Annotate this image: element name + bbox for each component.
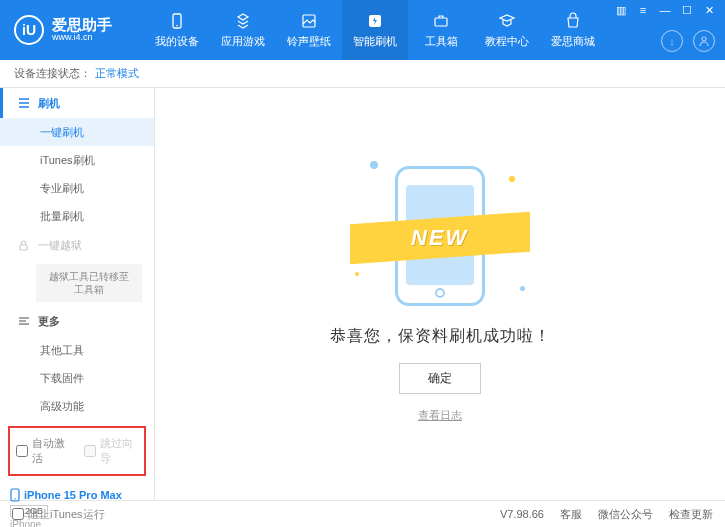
nav-label: 工具箱: [425, 34, 458, 49]
more-icon: [18, 315, 32, 327]
section-title: 刷机: [38, 96, 60, 111]
checkbox-label: 跳过向导: [100, 436, 138, 466]
list-icon: [18, 97, 32, 109]
nav-label: 应用游戏: [221, 34, 265, 49]
svg-point-1: [176, 25, 178, 27]
logo-icon: iU: [14, 15, 44, 45]
device-icon: [167, 11, 187, 31]
checkbox-input[interactable]: [16, 445, 28, 457]
skin-button[interactable]: ▥: [613, 4, 629, 17]
ribbon-text: NEW: [411, 225, 468, 251]
sidebar-item-other-tools[interactable]: 其他工具: [0, 336, 154, 364]
status-value: 正常模式: [95, 66, 139, 81]
ok-button[interactable]: 确定: [399, 363, 481, 394]
nav-store[interactable]: 爱思商城: [540, 0, 606, 60]
device-name-text: iPhone 15 Pro Max: [24, 489, 122, 501]
close-button[interactable]: ✕: [701, 4, 717, 17]
nav-tutorial[interactable]: 教程中心: [474, 0, 540, 60]
device-name[interactable]: iPhone 15 Pro Max: [10, 488, 144, 502]
svg-point-5: [702, 37, 706, 41]
view-log-link[interactable]: 查看日志: [418, 408, 462, 423]
success-message: 恭喜您，保资料刷机成功啦！: [330, 326, 551, 347]
sidebar-item-advanced[interactable]: 高级功能: [0, 392, 154, 420]
window-controls: ▥ ≡ — ☐ ✕: [613, 4, 717, 17]
jailbreak-note: 越狱工具已转移至 工具箱: [36, 264, 142, 302]
status-bar: 设备连接状态： 正常模式: [0, 60, 725, 88]
checkbox-label: 自动激活: [32, 436, 70, 466]
nav-apps-games[interactable]: 应用游戏: [210, 0, 276, 60]
svg-rect-4: [435, 18, 447, 26]
nav-my-device[interactable]: 我的设备: [144, 0, 210, 60]
svg-rect-6: [20, 245, 27, 250]
download-icon[interactable]: ↓: [661, 30, 683, 52]
nav-label: 智能刷机: [353, 34, 397, 49]
minimize-button[interactable]: —: [657, 4, 673, 17]
sidebar-item-batch-flash[interactable]: 批量刷机: [0, 202, 154, 230]
section-title: 一键越狱: [38, 238, 82, 253]
sidebar-section-more[interactable]: 更多: [0, 306, 154, 336]
new-ribbon: NEW: [350, 211, 530, 264]
version-text: V7.98.66: [500, 508, 544, 520]
nav-ringtone-wallpaper[interactable]: 铃声壁纸: [276, 0, 342, 60]
sidebar-item-pro-flash[interactable]: 专业刷机: [0, 174, 154, 202]
lock-icon: [18, 240, 32, 251]
options-highlight-box: 自动激活 跳过向导: [8, 426, 146, 476]
wallpaper-icon: [299, 11, 319, 31]
sidebar-item-onekey-flash[interactable]: 一键刷机: [0, 118, 154, 146]
toolbox-icon: [431, 11, 451, 31]
sidebar-section-jailbreak: 一键越狱: [0, 230, 154, 260]
apps-icon: [233, 11, 253, 31]
sidebar: 刷机 一键刷机 iTunes刷机 专业刷机 批量刷机 一键越狱 越狱工具已转移至…: [0, 88, 155, 500]
checkbox-input: [84, 445, 96, 457]
main-content: NEW 恭喜您，保资料刷机成功啦！ 确定 查看日志: [155, 88, 725, 500]
checkbox-label: 阻止iTunes运行: [28, 507, 105, 522]
skip-setup-checkbox[interactable]: 跳过向导: [84, 436, 138, 466]
success-illustration: NEW: [340, 156, 540, 306]
app-title: 爱思助手: [52, 17, 112, 32]
store-icon: [563, 11, 583, 31]
main-nav: 我的设备 应用游戏 铃声壁纸 智能刷机 工具箱 教程中心 爱思商城: [144, 0, 606, 60]
nav-label: 铃声壁纸: [287, 34, 331, 49]
nav-label: 我的设备: [155, 34, 199, 49]
sidebar-item-download-firmware[interactable]: 下载固件: [0, 364, 154, 392]
checkbox-input[interactable]: [12, 508, 24, 520]
nav-smart-flash[interactable]: 智能刷机: [342, 0, 408, 60]
status-label: 设备连接状态：: [14, 66, 91, 81]
menu-button[interactable]: ≡: [635, 4, 651, 17]
auto-activate-checkbox[interactable]: 自动激活: [16, 436, 70, 466]
nav-label: 爱思商城: [551, 34, 595, 49]
tutorial-icon: [497, 11, 517, 31]
svg-point-8: [14, 498, 15, 499]
block-itunes-checkbox[interactable]: 阻止iTunes运行: [12, 507, 105, 522]
maximize-button[interactable]: ☐: [679, 4, 695, 17]
app-logo: iU 爱思助手 www.i4.cn: [0, 15, 126, 45]
user-icon[interactable]: [693, 30, 715, 52]
phone-icon: [10, 488, 20, 502]
footer-link-wechat[interactable]: 微信公众号: [598, 507, 653, 522]
app-url: www.i4.cn: [52, 32, 112, 43]
flash-icon: [365, 11, 385, 31]
section-title: 更多: [38, 314, 60, 329]
footer-link-support[interactable]: 客服: [560, 507, 582, 522]
sidebar-item-itunes-flash[interactable]: iTunes刷机: [0, 146, 154, 174]
sidebar-section-flash[interactable]: 刷机: [0, 88, 154, 118]
app-header: iU 爱思助手 www.i4.cn 我的设备 应用游戏 铃声壁纸 智能刷机 工具…: [0, 0, 725, 60]
nav-toolbox[interactable]: 工具箱: [408, 0, 474, 60]
nav-label: 教程中心: [485, 34, 529, 49]
footer-link-update[interactable]: 检查更新: [669, 507, 713, 522]
